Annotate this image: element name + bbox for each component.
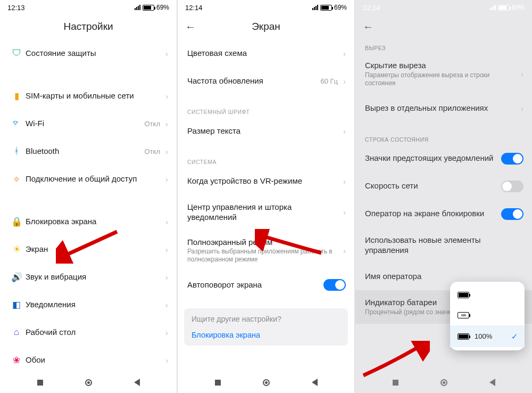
row-wallpaper[interactable]: ❀ Обои ›: [0, 346, 177, 372]
row-hide-cutout[interactable]: Скрытие выреза Параметры отображения выр…: [355, 53, 532, 95]
status-right: 69%: [312, 4, 347, 11]
row-notif-icons[interactable]: Значки предстоящих уведомлений: [355, 145, 532, 173]
header: ←: [355, 14, 532, 39]
row-label: SIM-карты и мобильные сети: [26, 91, 163, 101]
nav-home-button[interactable]: [85, 379, 92, 386]
battery-option-percent[interactable]: 100% ✓: [450, 325, 525, 347]
row-label: Блокировка экрана: [26, 217, 163, 227]
display-list: Цветовая схема › Частота обновления 60 Г…: [178, 39, 354, 372]
chevron-right-icon: ›: [165, 245, 168, 254]
nav-recent-button[interactable]: [393, 380, 398, 386]
battery-filled-icon: [458, 292, 469, 298]
back-button[interactable]: ←: [185, 21, 196, 33]
nav-recent-button[interactable]: [37, 380, 43, 386]
row-label: Использовать новые элементы управления: [365, 235, 523, 256]
chevron-right-icon: ›: [343, 177, 346, 186]
section-statusbar: СТРОКА СОСТОЯНИЯ: [355, 122, 532, 145]
sim-icon: ▮: [7, 91, 26, 102]
row-new-controls[interactable]: Использовать новые элементы управления: [355, 228, 532, 263]
nav-back-button[interactable]: [489, 379, 495, 386]
row-value: Откл: [145, 120, 161, 128]
row-sound[interactable]: 🔊 Звук и вибрация ›: [0, 263, 177, 291]
row-label: Экран: [26, 244, 163, 255]
nav-back-button[interactable]: [312, 379, 318, 386]
status-bar: 12:13 69%: [0, 0, 177, 14]
notif-icons-toggle[interactable]: [501, 153, 523, 165]
battery-filled-icon: [458, 333, 469, 340]
battery-icon: [498, 5, 510, 11]
row-label: Состояние защиты: [26, 48, 163, 59]
autorotate-toggle[interactable]: [323, 279, 346, 291]
status-bar: 12:14 69%: [178, 0, 354, 14]
status-bar-settings-screen: 12:14 69% ← ВЫРЕЗ Скрытие выреза Парамет…: [355, 0, 532, 393]
battery-icon: [143, 5, 154, 11]
nav-bar: [0, 372, 177, 393]
sound-icon: 🔊: [7, 272, 26, 283]
row-bluetooth[interactable]: ᚼ Bluetooth Откл ›: [0, 137, 177, 165]
chevron-right-icon: ›: [343, 49, 346, 58]
row-subtitle: Разрешить выбранным приложениям работать…: [187, 248, 341, 264]
row-fullscreen[interactable]: Полноэкранный режим Разрешить выбранным …: [178, 230, 354, 272]
search-link[interactable]: Блокировка экрана: [192, 331, 340, 339]
row-display[interactable]: ☀ Экран ›: [0, 235, 177, 263]
row-label: Имя оператора: [365, 272, 523, 282]
row-control-center[interactable]: Центр управления и шторка уведомлений ›: [178, 195, 354, 230]
row-carrier-lock[interactable]: Оператор на экране блокировки: [355, 200, 532, 228]
row-color-scheme[interactable]: Цветовая схема ›: [178, 39, 354, 67]
section-font: СИСТЕМНЫЙ ШРИФТ: [178, 95, 354, 117]
battery-outline-icon: 100: [458, 312, 469, 318]
row-label: Автоповорот экрана: [187, 280, 323, 290]
carrier-lock-toggle[interactable]: [501, 208, 523, 220]
chevron-right-icon: ›: [165, 328, 168, 337]
battery-option-label: 100%: [475, 332, 492, 340]
nav-back-button[interactable]: [134, 379, 140, 386]
nav-home-button[interactable]: [263, 379, 270, 386]
row-sim[interactable]: ▮ SIM-карты и мобильные сети ›: [0, 82, 177, 110]
row-notifications[interactable]: ◧ Уведомления ›: [0, 291, 177, 318]
back-button[interactable]: ←: [363, 21, 373, 33]
signal-icon: [312, 5, 318, 10]
chevron-right-icon: ›: [165, 356, 168, 365]
nav-home-button[interactable]: [440, 379, 447, 386]
section-system: СИСТЕМА: [178, 145, 354, 167]
chevron-right-icon: ›: [165, 273, 168, 282]
row-label: Обои: [26, 355, 163, 365]
row-label: Размер текста: [187, 126, 341, 136]
notifications-icon: ◧: [7, 299, 26, 310]
status-right: 69%: [135, 4, 169, 11]
row-label: Скорость сети: [365, 181, 501, 191]
row-refresh-rate[interactable]: Частота обновления 60 Гц ›: [178, 67, 354, 95]
search-suggestions[interactable]: Ищите другие настройки? Блокировка экран…: [184, 308, 348, 346]
row-lock-screen[interactable]: 🔒 Блокировка экрана ›: [0, 208, 177, 235]
chevron-right-icon: ›: [343, 77, 346, 86]
row-label: Wi-Fi: [26, 119, 145, 129]
net-speed-toggle[interactable]: [501, 181, 523, 192]
chevron-right-icon: ›: [165, 147, 168, 156]
status-time: 12:14: [363, 4, 380, 12]
row-home[interactable]: ⌂ Рабочий стол ›: [0, 318, 177, 346]
row-autorotate[interactable]: Автоповорот экрана: [178, 271, 354, 299]
row-security[interactable]: 🛡 Состояние защиты ›: [0, 39, 177, 67]
search-placeholder: Ищите другие настройки?: [192, 315, 340, 323]
row-label: Рабочий стол: [26, 328, 163, 338]
chevron-right-icon: ›: [343, 208, 346, 217]
row-label: Когда устройство в VR-режиме: [187, 176, 341, 186]
nav-recent-button[interactable]: [215, 380, 221, 386]
row-connection-share[interactable]: ⟐ Подключение и общий доступ ›: [0, 165, 177, 193]
row-cutout-apps[interactable]: Вырез в отдельных приложениях ›: [355, 95, 532, 122]
display-settings-screen: 12:14 69% ← Экран Цветовая схема › Часто…: [178, 0, 354, 393]
chevron-right-icon: ›: [343, 246, 346, 255]
row-vr-mode[interactable]: Когда устройство в VR-режиме ›: [178, 167, 354, 195]
row-label: Скрытие выреза: [365, 61, 519, 71]
row-text-size[interactable]: Размер текста ›: [178, 117, 354, 145]
status-time: 12:14: [185, 4, 203, 12]
battery-option-outline100[interactable]: 100: [450, 305, 525, 325]
battery-pct: 69%: [512, 4, 525, 11]
row-wifi[interactable]: ᯤ Wi-Fi Откл ›: [0, 110, 177, 137]
row-label: Полноэкранный режим: [187, 238, 341, 248]
row-label: Звук и вибрация: [26, 272, 163, 282]
battery-icon: [320, 5, 332, 11]
battery-option-iconfill[interactable]: [450, 285, 525, 305]
chevron-right-icon: ›: [343, 127, 346, 136]
row-net-speed[interactable]: Скорость сети: [355, 173, 532, 200]
